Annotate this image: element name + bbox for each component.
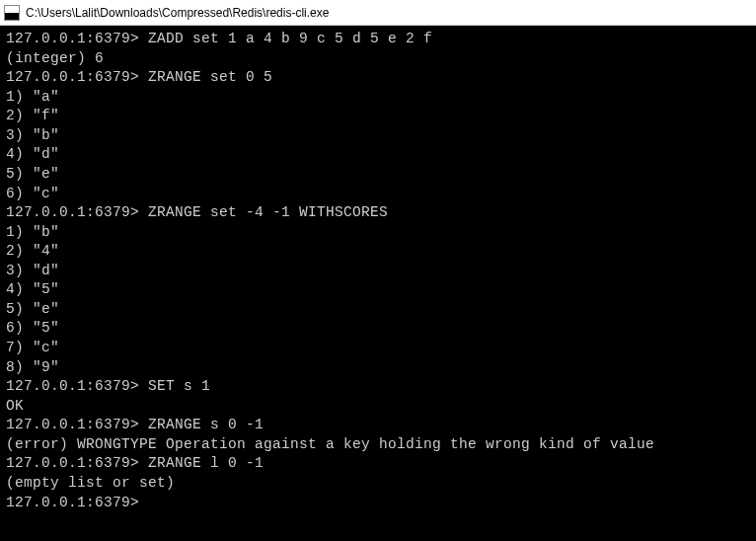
terminal-line: (error) WRONGTYPE Operation against a ke… [6, 435, 750, 455]
terminal-line: 127.0.0.1:6379> ZRANGE set 0 5 [6, 68, 750, 88]
terminal-line: OK [6, 397, 750, 417]
terminal-line: 2) "f" [6, 107, 750, 126]
window-title: C:\Users\Lalit\Downloads\Compressed\Redi… [26, 6, 329, 20]
terminal-line: 1) "a" [6, 88, 750, 108]
terminal-line: 127.0.0.1:6379> ZRANGE s 0 -1 [6, 416, 750, 435]
terminal-line: 4) "5" [6, 280, 750, 300]
terminal-line: 2) "4" [6, 242, 750, 262]
terminal-line: 4) "d" [6, 145, 750, 165]
terminal-line: 5) "e" [6, 300, 750, 320]
terminal-line: 127.0.0.1:6379> SET s 1 [6, 377, 750, 397]
terminal-line: (integer) 6 [6, 49, 750, 69]
terminal-line: 1) "b" [6, 223, 750, 243]
terminal-line: 127.0.0.1:6379> ZADD set 1 a 4 b 9 c 5 d… [6, 30, 750, 49]
terminal-prompt[interactable]: 127.0.0.1:6379> [6, 494, 750, 513]
terminal-line: 3) "b" [6, 126, 750, 146]
app-icon [4, 5, 20, 21]
terminal-line: 127.0.0.1:6379> ZRANGE l 0 -1 [6, 454, 750, 474]
terminal-line: 8) "9" [6, 358, 750, 378]
terminal-line: (empty list or set) [6, 474, 750, 494]
window-titlebar[interactable]: C:\Users\Lalit\Downloads\Compressed\Redi… [0, 0, 756, 26]
terminal-line: 6) "c" [6, 185, 750, 204]
terminal-line: 3) "d" [6, 262, 750, 281]
terminal-line: 127.0.0.1:6379> ZRANGE set -4 -1 WITHSCO… [6, 203, 750, 223]
terminal-line: 6) "5" [6, 319, 750, 339]
terminal-line: 7) "c" [6, 339, 750, 358]
terminal-line: 5) "e" [6, 165, 750, 185]
terminal-output[interactable]: 127.0.0.1:6379> ZADD set 1 a 4 b 9 c 5 d… [0, 26, 756, 516]
